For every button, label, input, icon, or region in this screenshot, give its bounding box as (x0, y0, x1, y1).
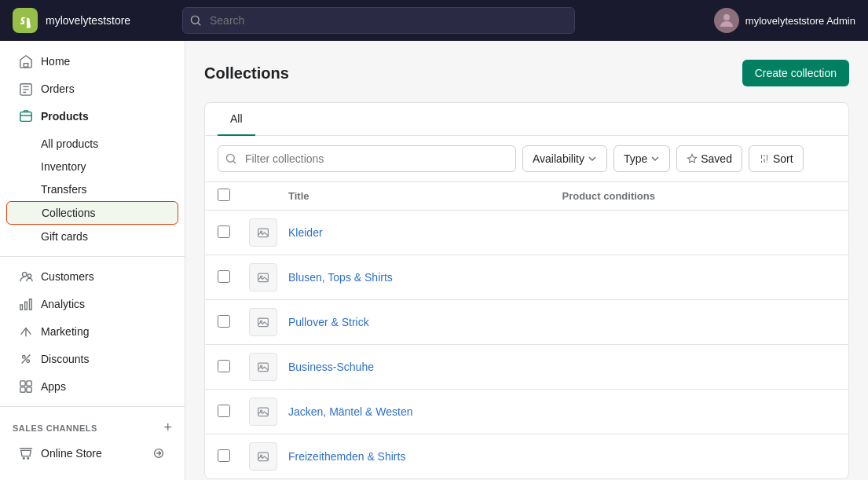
collection-name-2[interactable]: Blusen, Tops & Shirts (288, 271, 393, 284)
filter-input-wrap (218, 145, 516, 172)
collection-name-1[interactable]: Kleider (288, 226, 323, 239)
sidebar-item-marketing-label: Marketing (41, 325, 89, 338)
availability-filter-button[interactable]: Availability (522, 145, 607, 172)
saved-button[interactable]: Saved (676, 145, 742, 172)
sidebar-item-home-label: Home (41, 55, 70, 68)
svg-point-0 (191, 16, 199, 24)
svg-rect-8 (20, 305, 23, 310)
collection-name-3[interactable]: Pullover & Strick (288, 316, 369, 328)
top-nav-search-area (182, 7, 575, 34)
sidebar-item-customers-label: Customers (41, 270, 94, 283)
sidebar: Home Orders Products All products Invent… (0, 41, 185, 480)
collection-name-6[interactable]: Freizeithemden & Shirts (288, 450, 405, 463)
svg-rect-10 (30, 299, 32, 310)
svg-rect-24 (258, 273, 269, 281)
sidebar-item-customers[interactable]: Customers (6, 263, 178, 290)
header-title: Title (288, 190, 562, 202)
search-input[interactable] (182, 7, 575, 34)
svg-line-21 (233, 161, 236, 163)
sidebar-item-apps[interactable]: Apps (6, 373, 178, 400)
table-row: Pullover & Strick (205, 300, 848, 345)
row-checkbox-6[interactable] (218, 449, 230, 462)
sidebar-item-orders[interactable]: Orders (6, 75, 178, 102)
collections-card: All Availability Type (204, 102, 849, 479)
collection-name-4[interactable]: Business-Schuhe (288, 361, 374, 373)
sidebar-item-online-store[interactable]: Online Store (6, 440, 178, 467)
select-all-checkbox[interactable] (218, 189, 230, 201)
svg-rect-9 (25, 302, 27, 310)
sidebar-sub-gift-cards[interactable]: Gift cards (6, 225, 178, 247)
add-sales-channel-button[interactable]: + (163, 420, 172, 436)
svg-point-20 (226, 154, 234, 162)
sidebar-item-online-store-label: Online Store (41, 447, 102, 460)
main-layout: Home Orders Products All products Invent… (0, 41, 868, 480)
sidebar-sub-all-products[interactable]: All products (6, 133, 178, 155)
user-area: mylovelyteststore Admin (714, 8, 855, 33)
sort-button[interactable]: Sort (749, 145, 804, 172)
sidebar-sub-inventory[interactable]: Inventory (6, 156, 178, 178)
svg-rect-26 (258, 318, 269, 326)
collection-image-5 (249, 398, 277, 426)
create-collection-button[interactable]: Create collection (742, 60, 849, 86)
sidebar-item-orders-label: Orders (41, 82, 75, 95)
sidebar-item-discounts[interactable]: Discounts (6, 346, 178, 372)
svg-rect-32 (258, 453, 269, 460)
svg-rect-14 (27, 381, 31, 386)
sidebar-item-analytics[interactable]: Analytics (6, 291, 178, 317)
table-row: Jacken, Mäntel & Westen (205, 390, 848, 434)
page-header: Collections Create collection (204, 60, 849, 86)
products-submenu: All products Inventory Transfers Collect… (0, 130, 185, 250)
type-filter-button[interactable]: Type (613, 145, 670, 172)
sidebar-item-products[interactable]: Products (6, 103, 178, 130)
svg-point-2 (723, 14, 730, 20)
row-checkbox-4[interactable] (218, 360, 230, 372)
row-checkbox-5[interactable] (218, 405, 230, 417)
sales-channels-label: SALES CHANNELS (13, 423, 97, 433)
avatar (714, 8, 739, 33)
svg-point-12 (27, 360, 30, 363)
sidebar-item-apps-label: Apps (41, 380, 66, 393)
table-row: Freizeithemden & Shirts (205, 434, 848, 478)
content-area: Collections Create collection All (185, 41, 868, 480)
svg-point-7 (27, 274, 31, 278)
table-header: Title Product conditions (205, 182, 848, 211)
header-checkbox (218, 189, 249, 203)
sidebar-sub-transfers[interactable]: Transfers (6, 178, 178, 200)
svg-point-18 (27, 457, 29, 459)
svg-rect-16 (27, 387, 31, 392)
page-title: Collections (204, 64, 289, 82)
sidebar-item-analytics-label: Analytics (41, 298, 85, 310)
sidebar-item-marketing[interactable]: Marketing (6, 318, 178, 345)
svg-rect-28 (258, 363, 269, 371)
app-wrapper: mylovelyteststore mylovelyteststore Admi… (0, 0, 868, 480)
sidebar-sub-collections[interactable]: Collections (6, 201, 178, 225)
svg-rect-22 (258, 229, 269, 236)
sidebar-divider-2 (0, 406, 185, 407)
sales-channels-header: SALES CHANNELS + (0, 413, 185, 439)
collection-image-6 (249, 442, 277, 471)
collection-image-2 (249, 263, 277, 291)
header-conditions: Product conditions (562, 190, 837, 202)
table-row: Business-Schuhe (205, 345, 848, 390)
table-row: Kleider (205, 211, 848, 255)
svg-point-6 (23, 273, 27, 277)
toolbar: Availability Type Saved Sort (205, 136, 848, 182)
svg-point-11 (23, 356, 26, 359)
sidebar-divider-1 (0, 256, 185, 257)
top-nav: mylovelyteststore mylovelyteststore Admi… (0, 0, 868, 41)
collection-image-4 (249, 353, 277, 381)
store-name: mylovelyteststore (46, 14, 130, 27)
collection-name-5[interactable]: Jacken, Mäntel & Westen (288, 405, 412, 418)
user-label: mylovelyteststore Admin (745, 15, 855, 27)
sidebar-item-home[interactable]: Home (6, 48, 178, 75)
row-checkbox-3[interactable] (218, 315, 230, 328)
filter-input[interactable] (218, 145, 516, 172)
row-checkbox-1[interactable] (218, 225, 230, 238)
tab-all[interactable]: All (218, 103, 255, 136)
table-row: Blusen, Tops & Shirts (205, 255, 848, 300)
shopify-logo (13, 8, 38, 33)
svg-rect-5 (20, 112, 31, 122)
row-checkbox-2[interactable] (218, 270, 230, 283)
svg-rect-30 (258, 408, 269, 416)
collection-image-3 (249, 308, 277, 336)
